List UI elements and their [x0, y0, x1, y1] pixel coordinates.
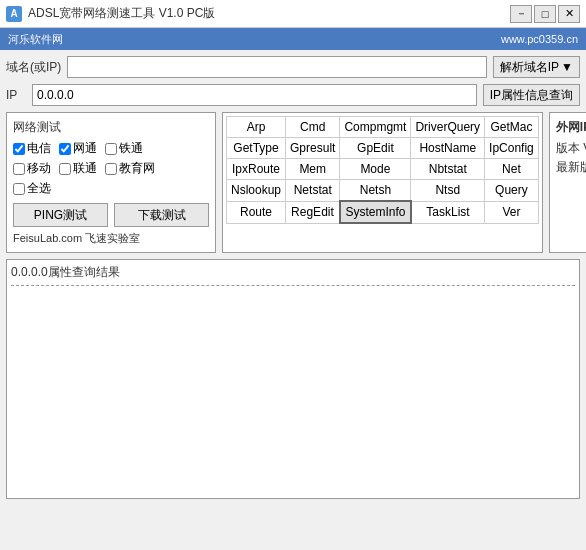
checkbox-telecom[interactable]: 电信	[13, 140, 51, 157]
table-row: IpxRoute Mem Mode Nbtstat Net	[227, 159, 539, 180]
cmd-hostname[interactable]: HostName	[411, 138, 485, 159]
ip-row: IP IP属性信息查询	[6, 84, 580, 106]
version-text: 版本 V1.0 PC版	[556, 140, 586, 157]
cmd-driverquery[interactable]: DriverQuery	[411, 117, 485, 138]
ip-label: IP	[6, 88, 26, 102]
cmd-ipconfig[interactable]: IpConfig	[485, 138, 539, 159]
domain-label: 域名(或IP)	[6, 59, 61, 76]
domain-input[interactable]	[67, 56, 486, 78]
output-box: 0.0.0.0属性查询结果	[6, 259, 580, 499]
cmd-net[interactable]: Net	[485, 159, 539, 180]
cmd-arp[interactable]: Arp	[227, 117, 286, 138]
cmd-cmd[interactable]: Cmd	[286, 117, 340, 138]
window-title: ADSL宽带网络测速工具 V1.0 PC版	[28, 5, 215, 22]
output-line-1: 0.0.0.0属性查询结果	[11, 264, 575, 281]
title-bar: A ADSL宽带网络测速工具 V1.0 PC版 － □ ✕	[0, 0, 586, 28]
title-bar-left: A ADSL宽带网络测速工具 V1.0 PC版	[6, 5, 215, 22]
ping-row: PING测试 下载测试	[13, 203, 209, 227]
cmd-gpedit[interactable]: GpEdit	[340, 138, 411, 159]
cmd-systeminfo[interactable]: SystemInfo	[340, 201, 411, 223]
lab-text: FeisuLab.com 飞速实验室	[13, 231, 209, 246]
cmd-compmgmt[interactable]: Compmgmt	[340, 117, 411, 138]
minimize-button[interactable]: －	[510, 5, 532, 23]
checkboxes-row-2: 移动 联通 教育网	[13, 160, 209, 177]
cmd-regedit[interactable]: RegEdit	[286, 201, 340, 223]
cmd-ntsd[interactable]: Ntsd	[411, 180, 485, 202]
checkbox-edu[interactable]: 教育网	[105, 160, 155, 177]
cmd-netsh[interactable]: Netsh	[340, 180, 411, 202]
title-bar-controls: － □ ✕	[510, 5, 580, 23]
checkbox-unicom[interactable]: 联通	[59, 160, 97, 177]
outer-ip-title: 外网IP	[556, 119, 586, 136]
table-row: Nslookup Netstat Netsh Ntsd Query	[227, 180, 539, 202]
cmd-gettype[interactable]: GetType	[227, 138, 286, 159]
cmd-getmac[interactable]: GetMac	[485, 117, 539, 138]
resolve-dropdown-button[interactable]: 解析域名IP ▼	[493, 56, 580, 78]
ping-test-button[interactable]: PING测试	[13, 203, 108, 227]
cmd-tasklist[interactable]: TaskList	[411, 201, 485, 223]
middle-section: 网络测试 电信 网通 铁通 移动 联通 教育网 全选 PING测试 下载测试 F…	[6, 112, 580, 253]
watermark-right: www.pc0359.cn	[501, 33, 578, 45]
network-test-title: 网络测试	[13, 119, 209, 136]
checkboxes-row-3: 全选	[13, 180, 209, 197]
download-test-button[interactable]: 下载测试	[114, 203, 209, 227]
cmd-mode[interactable]: Mode	[340, 159, 411, 180]
cmd-ver[interactable]: Ver	[485, 201, 539, 223]
maximize-button[interactable]: □	[534, 5, 556, 23]
checkboxes-row-1: 电信 网通 铁通	[13, 140, 209, 157]
cmd-grid: Arp Cmd Compmgmt DriverQuery GetMac GetT…	[222, 112, 543, 253]
table-row: Arp Cmd Compmgmt DriverQuery GetMac	[227, 117, 539, 138]
table-row: GetType Gpresult GpEdit HostName IpConfi…	[227, 138, 539, 159]
checkbox-netcom[interactable]: 网通	[59, 140, 97, 157]
watermark-left: 河乐软件网	[8, 32, 63, 47]
dropdown-arrow-icon: ▼	[561, 60, 573, 74]
cmd-query[interactable]: Query	[485, 180, 539, 202]
app-icon: A	[6, 6, 22, 22]
cmd-gpresult[interactable]: Gpresult	[286, 138, 340, 159]
main-content: 域名(或IP) 解析域名IP ▼ IP IP属性信息查询 网络测试 电信 网通 …	[0, 50, 586, 505]
cmd-nslookup[interactable]: Nslookup	[227, 180, 286, 202]
cmd-nbtstat[interactable]: Nbtstat	[411, 159, 485, 180]
checkbox-railcom[interactable]: 铁通	[105, 140, 143, 157]
cmd-netstat[interactable]: Netstat	[286, 180, 340, 202]
cmd-mem[interactable]: Mem	[286, 159, 340, 180]
ip-input[interactable]	[32, 84, 477, 106]
latest-version-label: 最新版本	[556, 159, 586, 176]
cmd-route[interactable]: Route	[227, 201, 286, 223]
table-row: Route RegEdit SystemInfo TaskList Ver	[227, 201, 539, 223]
ip-query-button[interactable]: IP属性信息查询	[483, 84, 580, 106]
resolve-label: 解析域名IP	[500, 59, 559, 76]
network-test-box: 网络测试 电信 网通 铁通 移动 联通 教育网 全选 PING测试 下载测试 F…	[6, 112, 216, 253]
checkbox-all[interactable]: 全选	[13, 180, 51, 197]
right-info-box: 外网IP 版本 V1.0 PC版 最新版本	[549, 112, 586, 253]
cmd-ipxroute[interactable]: IpxRoute	[227, 159, 286, 180]
close-button[interactable]: ✕	[558, 5, 580, 23]
watermark-bar: 河乐软件网 www.pc0359.cn	[0, 28, 586, 50]
cmd-table: Arp Cmd Compmgmt DriverQuery GetMac GetT…	[226, 116, 539, 224]
domain-row: 域名(或IP) 解析域名IP ▼	[6, 56, 580, 78]
checkbox-mobile[interactable]: 移动	[13, 160, 51, 177]
output-divider	[11, 285, 575, 286]
